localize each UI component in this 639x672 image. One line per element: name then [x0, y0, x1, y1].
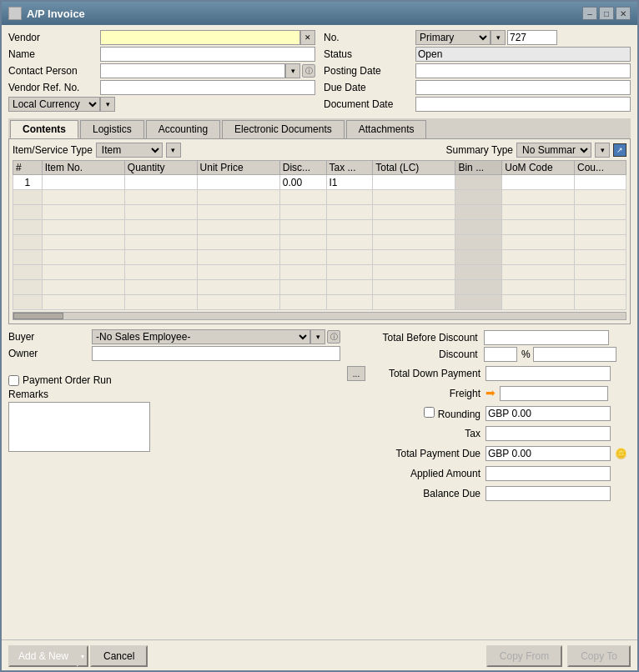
freight-label: Freight — [367, 386, 484, 401]
rounding-input[interactable] — [486, 406, 611, 421]
bottom-area: Buyer -No Sales Employee- ▾ ⓘ Owner Paym… — [8, 329, 631, 504]
copy-from-button[interactable]: Copy From — [486, 645, 562, 667]
coin-icon: 🪙 — [615, 448, 627, 459]
balance-due-input[interactable] — [486, 486, 611, 501]
owner-row: Owner — [8, 346, 340, 361]
discount-amount-input[interactable] — [533, 347, 616, 362]
vendor-ref-input[interactable] — [100, 80, 315, 95]
applied-amount-label: Applied Amount — [367, 466, 484, 481]
freight-arrow-icon: ➡ — [486, 386, 496, 399]
copy-to-button[interactable]: Copy To — [567, 645, 631, 667]
no-type-select[interactable]: Primary — [415, 30, 491, 45]
summary-type-area: Summary Type No Summary ▾ ↗ — [446, 143, 626, 158]
discount-label: Discount — [365, 346, 481, 363]
cell-tax[interactable]: I1 — [326, 175, 373, 190]
cell-uom-code[interactable] — [502, 175, 575, 190]
cancel-button[interactable]: Cancel — [90, 645, 148, 667]
no-value-input[interactable] — [507, 30, 557, 45]
expand-table-button[interactable]: ↗ — [613, 143, 626, 157]
contact-person-info-button[interactable]: ⓘ — [302, 64, 315, 78]
currency-select[interactable]: Local Currency — [8, 97, 100, 112]
percent-symbol: % — [521, 349, 531, 360]
total-before-discount-label: Total Before Discount — [365, 329, 481, 346]
scrollbar-thumb[interactable] — [13, 313, 63, 319]
payment-order-row: Payment Order Run — [8, 374, 340, 386]
rounding-checkbox[interactable] — [424, 407, 435, 418]
applied-amount-input[interactable] — [486, 466, 611, 481]
item-service-type-area: Item/Service Type Item ▾ — [13, 143, 181, 158]
tab-electronic-documents[interactable]: Electronic Documents — [222, 120, 345, 138]
remarks-section: Remarks — [8, 389, 340, 454]
tab-accounting[interactable]: Accounting — [146, 120, 220, 138]
down-payment-dots-button[interactable]: ... — [347, 366, 365, 381]
close-button[interactable]: ✕ — [616, 7, 631, 20]
item-type-dropdown[interactable]: ▾ — [166, 143, 181, 158]
discount-pct-input[interactable] — [484, 347, 517, 362]
cell-total-lc[interactable] — [373, 175, 455, 190]
header-left: Vendor ✕ Name Contact Person ▾ ⓘ — [8, 30, 315, 113]
tab-attachments[interactable]: Attachments — [346, 120, 427, 138]
freight-input[interactable] — [500, 386, 608, 401]
tabs-area: Contents Logistics Accounting Electronic… — [8, 118, 631, 324]
no-type-dropdown[interactable]: ▾ — [491, 30, 506, 45]
item-service-type-select[interactable]: Item — [96, 143, 163, 158]
add-new-dropdown-button[interactable]: ▾ — [77, 645, 88, 667]
no-label: No. — [324, 32, 415, 43]
rounding-row: Rounding — [347, 404, 631, 423]
add-new-button[interactable]: Add & New — [8, 645, 77, 667]
buyer-dropdown[interactable]: ▾ — [310, 329, 325, 344]
contact-person-input[interactable] — [100, 63, 285, 78]
maximize-button[interactable]: □ — [599, 7, 614, 20]
no-row: No. Primary ▾ — [324, 30, 631, 45]
vendor-ref-row: Vendor Ref. No. — [8, 80, 315, 95]
footer-left-buttons: Add & New ▾ Cancel — [8, 645, 148, 667]
vendor-input[interactable] — [100, 30, 300, 45]
col-quantity: Quantity — [124, 161, 197, 175]
cell-unit-price[interactable] — [197, 175, 279, 190]
cell-bin[interactable] — [455, 175, 502, 190]
vendor-clear-button[interactable]: ✕ — [300, 30, 315, 45]
applied-amount-value — [486, 466, 629, 481]
buyer-row: Buyer -No Sales Employee- ▾ ⓘ — [8, 329, 340, 344]
document-date-input[interactable] — [415, 97, 631, 112]
cell-quantity[interactable] — [124, 175, 197, 190]
cell-item-no[interactable] — [42, 175, 124, 190]
buyer-label: Buyer — [8, 331, 92, 343]
name-input[interactable] — [100, 47, 315, 62]
table-row — [13, 220, 626, 235]
items-table: # Item No. Quantity Unit Price Disc... T… — [13, 160, 626, 310]
owner-input[interactable] — [92, 346, 340, 361]
posting-date-input[interactable] — [415, 63, 631, 78]
vendor-label: Vendor — [8, 32, 100, 43]
col-item-no: Item No. — [42, 161, 124, 175]
total-down-payment-input[interactable] — [486, 366, 611, 381]
tax-input[interactable] — [486, 426, 611, 441]
due-date-label: Due Date — [324, 82, 415, 93]
total-before-discount-input[interactable] — [484, 330, 609, 345]
total-payment-due-input[interactable] — [486, 446, 611, 461]
contact-person-dropdown[interactable]: ▾ — [285, 63, 300, 78]
freight-row: Freight ➡ — [347, 384, 631, 403]
table-row[interactable]: 1 0.00 I1 — [13, 175, 626, 190]
tab-logistics[interactable]: Logistics — [80, 120, 144, 138]
down-payment-row: ... Total Down Payment — [347, 364, 631, 383]
buyer-info-button[interactable]: ⓘ — [327, 330, 340, 344]
footer-right-buttons: Copy From Copy To — [486, 645, 631, 667]
remarks-textarea[interactable] — [8, 402, 150, 452]
remarks-label: Remarks — [8, 389, 340, 400]
due-date-input[interactable] — [415, 80, 631, 95]
table-scrollbar[interactable] — [13, 312, 626, 320]
summary-type-dropdown[interactable]: ▾ — [595, 143, 610, 158]
cell-discount[interactable]: 0.00 — [279, 175, 326, 190]
payment-order-checkbox[interactable] — [8, 375, 19, 386]
item-service-type-label: Item/Service Type — [13, 144, 93, 156]
col-country: Cou... — [574, 161, 626, 175]
summary-type-select[interactable]: No Summary — [516, 143, 591, 158]
tab-contents[interactable]: Contents — [10, 120, 78, 138]
down-payment-table: Total Down Payment — [365, 364, 631, 383]
cell-country[interactable] — [574, 175, 626, 190]
minimize-button[interactable]: – — [582, 7, 597, 20]
total-payment-due-table: Total Payment Due 🪙 — [365, 444, 631, 463]
currency-dropdown[interactable]: ▾ — [100, 97, 115, 112]
buyer-select[interactable]: -No Sales Employee- — [92, 329, 310, 344]
